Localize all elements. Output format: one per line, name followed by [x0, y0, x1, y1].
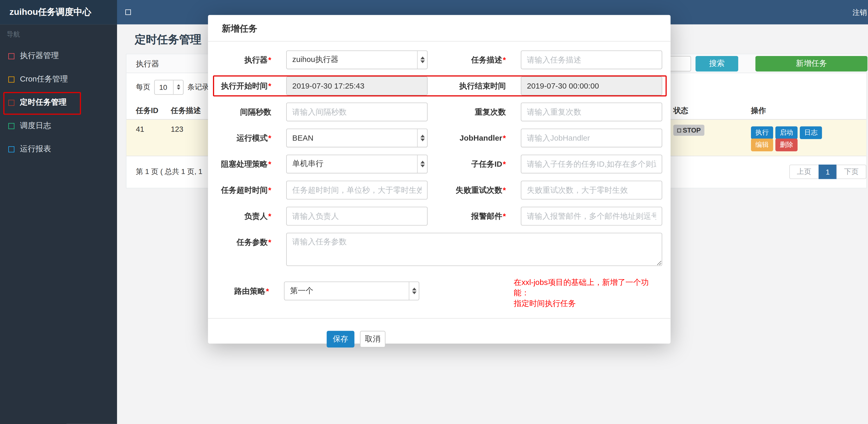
nav-item-label: Cron任务管理 — [20, 74, 68, 84]
run-button[interactable]: 执行 — [751, 126, 773, 139]
form-row-route-strategy: 路由策略* 第一个 在xxl-jobs项目的基础上，新增了一个功能： 指定时间执… — [219, 273, 662, 308]
sidebar-item-run-report[interactable]: 运行报表 — [0, 137, 117, 161]
child-job-label: 子任务ID* — [428, 155, 506, 173]
retry-input[interactable] — [521, 181, 662, 199]
job-desc-label: 任务描述* — [428, 51, 506, 69]
route-strategy-select-value: 第一个 — [290, 286, 313, 296]
nav-item-label: 调度日志 — [20, 121, 51, 131]
run-mode-select-value: BEAN — [292, 134, 313, 142]
prev-page-button[interactable]: 上页 — [789, 165, 819, 179]
status-badge-label: STOP — [683, 126, 701, 134]
timeout-input[interactable] — [286, 181, 428, 199]
executor-select[interactable]: zuihou执行器 — [286, 51, 428, 69]
header-task-id: 任务ID — [136, 102, 158, 120]
repeat-input[interactable] — [521, 103, 662, 121]
app-brand: zuihou任务调度中心 — [0, 0, 117, 25]
form-row-runmode-handler: 运行模式* BEAN JobHandler* — [219, 129, 662, 148]
status-badge: STOP — [673, 125, 705, 136]
row-actions-line2: 编辑 删除 — [751, 138, 798, 151]
form-row-timeout-retry: 任务超时时间* 失败重试次数* — [219, 181, 662, 199]
form-row-job-param: 任务参数* — [219, 233, 662, 266]
pagination-summary: 第 1 页 ( 总共 1 页, 1 — [136, 167, 202, 176]
job-param-textarea[interactable] — [286, 233, 662, 266]
save-button[interactable]: 保存 — [327, 331, 354, 348]
start-time-input[interactable] — [286, 76, 428, 95]
jobhandler-label: JobHandler* — [428, 129, 506, 148]
select-caret-icon — [417, 51, 427, 69]
alarm-email-input[interactable] — [521, 207, 662, 226]
page-1-button[interactable]: 1 — [818, 165, 837, 179]
stop-square-icon — [677, 128, 681, 132]
end-time-label: 执行结束时间 — [428, 76, 506, 95]
executor-label: 执行器* — [219, 51, 271, 69]
delete-button[interactable]: 删除 — [775, 138, 798, 151]
form-row-executor-desc: 执行器* zuihou执行器 任务描述* — [219, 51, 662, 69]
next-page-button[interactable]: 下页 — [836, 165, 866, 179]
start-button[interactable]: 启动 — [775, 126, 798, 139]
interval-input[interactable] — [286, 103, 428, 121]
cron-task-icon — [8, 76, 14, 82]
row-actions-line1: 执行 启动 日志 — [751, 126, 822, 139]
run-report-icon — [8, 146, 14, 152]
nav-item-label: 运行报表 — [20, 144, 51, 154]
jobhandler-input[interactable] — [521, 129, 662, 148]
select-caret-icon — [173, 80, 183, 94]
sidebar-item-dispatch-log[interactable]: 调度日志 — [0, 114, 117, 137]
select-caret-icon — [409, 282, 419, 300]
owner-input[interactable] — [286, 207, 428, 226]
owner-label: 负责人* — [219, 207, 271, 226]
form-row-interval-repeat: 间隔秒数 重复次数 — [219, 103, 662, 121]
executor-select-value: zuihou执行器 — [292, 55, 338, 65]
feature-note-line2: 指定时间执行任务 — [514, 298, 662, 308]
cancel-button[interactable]: 取消 — [360, 331, 385, 348]
block-strategy-select-value: 单机串行 — [292, 159, 323, 169]
repeat-label: 重复次数 — [428, 103, 506, 121]
modal-header: 新增任务 — [208, 15, 671, 41]
add-task-button[interactable]: 新增任务 — [755, 56, 867, 72]
per-page-control: 每页 10 条记录 — [136, 79, 209, 95]
run-mode-label: 运行模式* — [219, 129, 271, 148]
alarm-email-label: 报警邮件* — [428, 207, 506, 226]
block-strategy-select[interactable]: 单机串行 — [286, 155, 428, 173]
modal-actions: 保存 取消 — [327, 331, 662, 348]
per-page-suffix: 条记录 — [187, 82, 209, 92]
job-desc-input[interactable] — [521, 51, 662, 69]
nav-section-label: 导航 — [0, 25, 117, 44]
modal-body: 执行器* zuihou执行器 任务描述* 执行开始时间* 执行结束时间 间隔秒数… — [208, 42, 671, 348]
modal-title: 新增任务 — [222, 23, 257, 35]
run-mode-select[interactable]: BEAN — [286, 129, 428, 148]
select-caret-icon — [417, 129, 427, 147]
per-page-prefix: 每页 — [136, 82, 150, 92]
add-task-modal: 新增任务 执行器* zuihou执行器 任务描述* 执行开始时间* 执行结束时间… — [208, 15, 671, 344]
feature-note: 在xxl-jobs项目的基础上，新增了一个功能： 指定时间执行任务 — [514, 273, 662, 308]
feature-note-line1: 在xxl-jobs项目的基础上，新增了一个功能： — [514, 277, 662, 298]
search-button[interactable]: 搜索 — [695, 56, 738, 72]
scheduled-task-icon — [8, 99, 14, 105]
sidebar-toggle-icon[interactable] — [125, 9, 131, 15]
interval-label: 间隔秒数 — [219, 103, 271, 121]
timeout-label: 任务超时时间* — [219, 181, 271, 199]
end-time-input[interactable] — [521, 76, 662, 95]
route-strategy-select[interactable]: 第一个 — [284, 282, 420, 300]
sidebar-item-executor-mgmt[interactable]: 执行器管理 — [0, 44, 117, 67]
child-job-input[interactable] — [521, 155, 662, 173]
header-status: 状态 — [673, 102, 688, 120]
sidebar-item-scheduled-task-mgmt[interactable]: 定时任务管理 — [0, 91, 117, 114]
retry-label: 失败重试次数* — [428, 181, 506, 199]
logout-link[interactable]: 注销 — [852, 8, 867, 18]
route-strategy-label: 路由策略* — [219, 282, 269, 300]
page-title: 定时任务管理 — [135, 32, 201, 47]
edit-button[interactable]: 编辑 — [751, 138, 773, 151]
per-page-select[interactable]: 10 — [154, 79, 184, 94]
sidebar-item-cron-task-mgmt[interactable]: Cron任务管理 — [0, 68, 117, 91]
block-strategy-label: 阻塞处理策略* — [219, 155, 271, 173]
form-row-owner-email: 负责人* 报警邮件* — [219, 207, 662, 226]
select-caret-icon — [417, 155, 427, 173]
nav-item-label: 定时任务管理 — [20, 97, 67, 107]
modal-footer-divider — [208, 318, 671, 319]
form-row-exec-time: 执行开始时间* 执行结束时间 — [219, 76, 662, 95]
start-time-label: 执行开始时间* — [219, 76, 271, 95]
executor-mgmt-icon — [8, 53, 14, 59]
header-actions: 操作 — [751, 102, 766, 120]
log-button[interactable]: 日志 — [800, 126, 822, 139]
